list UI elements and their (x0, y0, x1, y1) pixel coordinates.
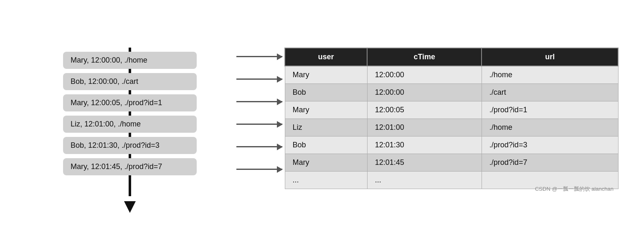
stream-item-row: Mary, 12:00:00, ./home (30, 52, 230, 69)
table-cell-url: ./prod?id=3 (482, 136, 618, 154)
arrow-right-icon (236, 56, 282, 57)
connector-area (234, 48, 284, 179)
table-row: Bob12:00:00./cart (285, 83, 618, 101)
table-header-url: url (482, 48, 618, 66)
table-cell-url: ./prod?id=7 (482, 154, 618, 171)
table-row: Mary12:01:45./prod?id=7 (285, 154, 618, 171)
stream-item: Mary, 12:00:00, ./home (63, 52, 197, 69)
table-header-user: user (285, 48, 367, 66)
table-cell-user: Bob (285, 83, 367, 101)
stream-item: Liz, 12:01:00, ./home (63, 116, 197, 133)
diagram-wrapper: Mary, 12:00:00, ./homeBob, 12:00:00, ./c… (25, 39, 619, 196)
arrow-right-icon (236, 169, 282, 170)
arrow-right-icon (236, 101, 282, 102)
watermark: CSDN @一瓢一瓢的饮 alanchan (535, 185, 614, 193)
table-row: Bob12:01:30./prod?id=3 (285, 136, 618, 154)
stream-side: Mary, 12:00:00, ./homeBob, 12:00:00, ./c… (25, 48, 234, 196)
table-cell-url: ./prod?id=1 (482, 101, 618, 119)
table-cell-user: Bob (285, 136, 367, 154)
arrow-down-icon (124, 201, 136, 213)
stream-item-row: Bob, 12:00:00, ./cart (30, 73, 230, 90)
stream-item-row: Bob, 12:01:30, ./prod?id=3 (30, 137, 230, 154)
connector-row (234, 48, 284, 66)
connector-row (234, 115, 284, 134)
table-header-cTime: cTime (367, 48, 482, 66)
arrow-right-icon (236, 124, 282, 125)
stream-item: Bob, 12:00:00, ./cart (63, 73, 197, 90)
stream-items: Mary, 12:00:00, ./homeBob, 12:00:00, ./c… (25, 52, 234, 175)
table-cell-cTime: 12:01:00 (367, 119, 482, 136)
table-row: Mary12:00:05./prod?id=1 (285, 101, 618, 119)
table-cell-user: Mary (285, 101, 367, 119)
table-row: Mary12:00:00./home (285, 66, 618, 84)
stream-item: Mary, 12:01:45, ./prod?id=7 (63, 158, 197, 175)
table-cell-cTime: ... (367, 171, 482, 189)
connector-row (234, 93, 284, 111)
table-cell-cTime: 12:01:30 (367, 136, 482, 154)
connector-row (234, 138, 284, 156)
table-cell-cTime: 12:01:45 (367, 154, 482, 171)
table-row: Liz12:01:00./home (285, 119, 618, 136)
connector-row (234, 70, 284, 88)
table-cell-user: ... (285, 171, 367, 189)
table-cell-url: ./cart (482, 83, 618, 101)
connector-row (234, 160, 284, 179)
table-cell-cTime: 12:00:05 (367, 101, 482, 119)
stream-item-row: Liz, 12:01:00, ./home (30, 116, 230, 133)
diagram-container: Mary, 12:00:00, ./homeBob, 12:00:00, ./c… (25, 48, 619, 196)
table-cell-url: ./home (482, 66, 618, 84)
stream-item-row: Mary, 12:00:05, ./prod?id=1 (30, 94, 230, 111)
stream-item-row: Mary, 12:01:45, ./prod?id=7 (30, 158, 230, 175)
arrow-right-icon (236, 78, 282, 80)
table-cell-user: Mary (285, 154, 367, 171)
arrow-right-icon (236, 146, 282, 147)
table-side: usercTimeurl Mary12:00:00./homeBob12:00:… (284, 48, 619, 189)
table-cell-cTime: 12:00:00 (367, 83, 482, 101)
stream-item: Mary, 12:00:05, ./prod?id=1 (63, 94, 197, 111)
table-cell-url: ./home (482, 119, 618, 136)
table-cell-user: Mary (285, 66, 367, 84)
data-table: usercTimeurl Mary12:00:00./homeBob12:00:… (284, 48, 619, 189)
table-cell-user: Liz (285, 119, 367, 136)
table-cell-cTime: 12:00:00 (367, 66, 482, 84)
stream-item: Bob, 12:01:30, ./prod?id=3 (63, 137, 197, 154)
